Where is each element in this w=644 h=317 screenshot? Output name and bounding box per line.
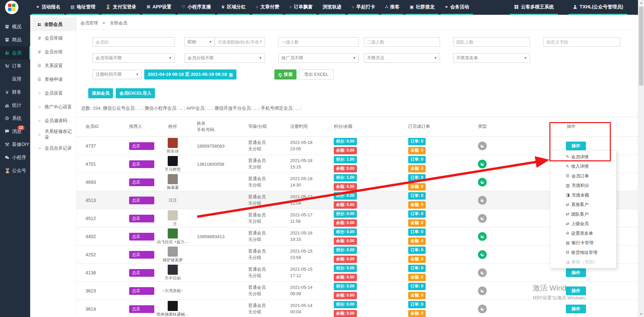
- referrer-badge[interactable]: 总店: [129, 305, 154, 313]
- nav-item-tuike[interactable]: ∴推客: [381, 0, 404, 15]
- sidebar-item-decorate-diy[interactable]: ⚒装修DIY: [0, 138, 30, 151]
- nav-item-article-pay[interactable]: ○文章付费: [252, 0, 283, 15]
- submenu-item-member-group[interactable]: ⇵会员分组: [30, 45, 76, 59]
- scrollbar-down-icon[interactable]: ▼: [638, 313, 644, 316]
- referrer-badge[interactable]: 总店: [129, 178, 154, 186]
- team-count-input[interactable]: [453, 37, 530, 47]
- submenu-item-promotion-center-settings[interactable]: ○推广中心设置: [30, 100, 76, 114]
- avatar[interactable]: [168, 138, 178, 148]
- register-time-select[interactable]: 注册时间不限 ▼: [93, 70, 142, 79]
- nav-item-conference-activity[interactable]: ⚭会务活动: [441, 0, 473, 15]
- row-operation-button[interactable]: 操作: [566, 142, 586, 150]
- referrer-badge[interactable]: 总店: [129, 287, 154, 295]
- submenu-item-qualification-apply[interactable]: ☰资格申请: [30, 72, 76, 86]
- nav-item-region-dividend[interactable]: ♛区域分红: [217, 0, 250, 15]
- avatar[interactable]: [168, 265, 178, 275]
- level-group-cell: 普通会员无分组: [241, 248, 283, 261]
- level1-count-input[interactable]: [278, 37, 359, 47]
- nav-item-activity-signup[interactable]: ⚭活动报名: [32, 0, 64, 15]
- nav-item-label: 推客: [390, 4, 399, 10]
- sidebar-item-miniprogram[interactable]: 小程序: [0, 151, 30, 164]
- operations-dropdown: ✎会员详情✎收入详情☰会员订单▥充值积分◨充值余额⇄直推客户⇄团队客户⇄上级会员…: [550, 150, 616, 268]
- nav-item-app-settings[interactable]: ⌘APP设置: [142, 0, 175, 15]
- avatar[interactable]: [168, 228, 178, 239]
- follow-select[interactable]: 不限关注▼: [364, 53, 440, 63]
- member-id-input[interactable]: [93, 37, 175, 47]
- submenu-item-member-merge-log[interactable]: ○会员合并记录: [30, 141, 76, 155]
- dropdown-item-team-customers[interactable]: ⇄团队客户: [550, 212, 616, 216]
- scrollbar-up-icon[interactable]: ▲: [638, 1, 644, 4]
- nav-item-community-chain[interactable]: ▣社群接龙: [406, 0, 438, 15]
- dropdown-item-delete[interactable]: ◪删除（危险）: [550, 260, 616, 264]
- dropdown-item-recharge-balance[interactable]: ◨充值余额: [550, 193, 616, 197]
- referrer-badge[interactable]: 总店: [129, 197, 154, 204]
- search-button[interactable]: Q 搜索: [274, 69, 297, 80]
- dropdown-item-bank-card-management[interactable]: ▤银行卡管理: [550, 241, 616, 245]
- member-level-select[interactable]: 会员等级不限▼: [93, 53, 175, 63]
- sidebar-item-members[interactable]: 会员: [0, 46, 30, 59]
- row-operation-button[interactable]: 操作: [566, 268, 586, 277]
- referrer-badge[interactable]: 总店: [129, 251, 154, 259]
- sidebar-item-official-account[interactable]: ⌛公众号: [0, 164, 30, 177]
- avatar[interactable]: [168, 210, 178, 220]
- export-excel-button[interactable]: 导出 EXCEL: [299, 69, 334, 80]
- avatar[interactable]: [168, 174, 178, 184]
- submenu-item-relation-chain-log[interactable]: ○关系链修改记录: [30, 127, 76, 141]
- dropdown-item-set-blacklist[interactable]: ⊖设置黑名单: [550, 231, 616, 235]
- dropdown-item-direct-customers[interactable]: ⇄直推客户: [550, 202, 616, 207]
- sidebar-item-apps[interactable]: 应用: [0, 72, 30, 86]
- sidebar-item-messages[interactable]: 消息12: [0, 125, 30, 138]
- scrollbar-thumb[interactable]: [639, 7, 643, 86]
- blacklist-select[interactable]: 不限黑名单▼: [453, 53, 530, 63]
- nav-item-address-management[interactable]: ▤地址管理: [66, 0, 99, 15]
- referrer-badge[interactable]: 总店: [129, 233, 154, 241]
- row-operation-button[interactable]: 操作: [566, 305, 586, 313]
- sidebar-item-overview[interactable]: 概况: [0, 20, 30, 33]
- submenu-item-relation-settings[interactable]: ☰关系设置: [30, 59, 76, 72]
- nav-item-order-popup[interactable]: ○订单飘窗: [285, 0, 317, 15]
- brand-logo[interactable]: [5, 1, 18, 14]
- custom-field-input[interactable]: [543, 37, 620, 47]
- avatar[interactable]: [168, 247, 178, 257]
- sidebar-item-goods[interactable]: 商品: [0, 33, 30, 46]
- submenu-item-member-settings[interactable]: ○会员设置: [30, 86, 76, 100]
- submenu-item-all-members[interactable]: 全部会员: [30, 17, 76, 31]
- date-range-button[interactable]: 2021-04-19 09:18 至 2021-05-19 09:18 ▦: [144, 69, 236, 80]
- avatar[interactable]: [168, 301, 178, 311]
- referrer-badge[interactable]: 总店: [129, 160, 154, 168]
- nav-item-alipay-login[interactable]: ⌛支付宝登录: [101, 0, 140, 15]
- nav-item-miniprogram-live[interactable]: ♡小程序直播: [177, 0, 215, 15]
- vertical-scrollbar[interactable]: ▲ ▼: [638, 0, 644, 317]
- level2-count-input[interactable]: [364, 37, 440, 47]
- referrer-badge[interactable]: 总店: [129, 269, 154, 277]
- dropdown-item-member-orders[interactable]: ☰会员订单: [550, 174, 616, 178]
- nav-item-browse-history[interactable]: 浏览轨迹: [319, 0, 345, 15]
- dropdown-item-label: 上级会员: [571, 221, 589, 226]
- row-operation-button[interactable]: 操作: [566, 286, 586, 295]
- dropdown-item-superior-member[interactable]: ⇄上级会员: [550, 221, 616, 226]
- dropdown-item-member-detail[interactable]: ✎会员详情: [550, 155, 616, 159]
- nickname-search[interactable]: [215, 37, 265, 47]
- sidebar-item-finance[interactable]: ¥财务: [0, 86, 30, 99]
- sidebar-item-system[interactable]: ⚙系统: [0, 112, 30, 125]
- nav-item-morning-checkin[interactable]: ○早起打卡: [347, 0, 379, 15]
- member-group-select[interactable]: 会员分组不限▼: [184, 53, 265, 63]
- dropdown-item-recharge-points[interactable]: ▥充值积分: [550, 183, 616, 188]
- dropdown-item-income-detail[interactable]: ✎收入详情: [550, 164, 616, 168]
- top-nav-menu: ⚭活动报名▤地址管理⌛支付宝登录⌘APP设置♡小程序直播♛区域分红○文章付费○订…: [31, 0, 474, 15]
- nav-item-current-user[interactable]: TXHL(公众号管理员): [569, 0, 627, 15]
- nickname-type-select[interactable]: 昵称▼: [184, 37, 215, 47]
- sidebar-item-statistics[interactable]: 统计: [0, 99, 30, 112]
- promoter-select[interactable]: 推广员不限▼: [278, 53, 359, 63]
- referrer-badge[interactable]: 总店: [129, 142, 154, 150]
- avatar[interactable]: [168, 156, 178, 166]
- breadcrumb-section[interactable]: 会员管理: [80, 20, 98, 26]
- submenu-item-member-level[interactable]: ⇵会员等级: [30, 31, 76, 45]
- sidebar-item-orders[interactable]: 订单: [0, 59, 30, 72]
- add-member-button[interactable]: 添加会员: [88, 88, 113, 98]
- dropdown-item-shipping-address-management[interactable]: ⊟收货地址管理: [550, 250, 616, 255]
- member-excel-import-button[interactable]: 会员EXCEL导入: [116, 88, 155, 98]
- nav-item-system-switcher[interactable]: 云客多模王系统: [510, 0, 558, 15]
- submenu-item-member-invite-code[interactable]: ○会员邀请码: [30, 114, 76, 127]
- referrer-badge[interactable]: 总店: [129, 215, 154, 222]
